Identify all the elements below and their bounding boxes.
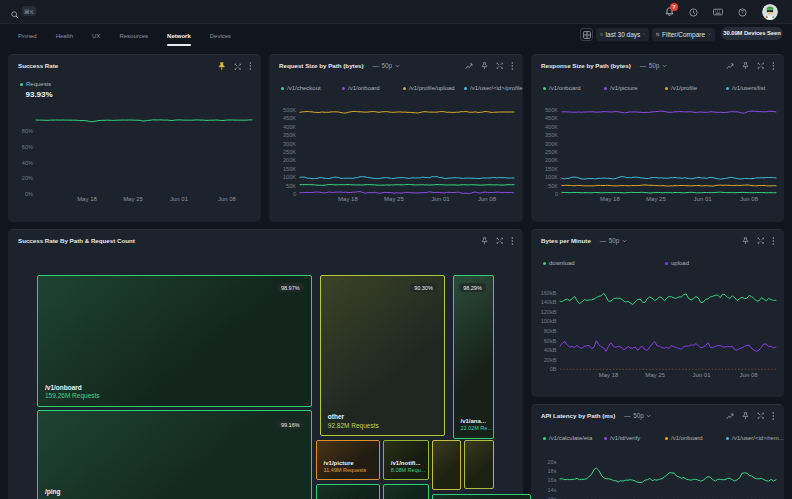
- y-axis-label: 50K: [286, 183, 296, 189]
- y-axis-label: 14s: [547, 487, 556, 493]
- treemap-cell-v1-onboard[interactable]: 98.97%/v1/onboard159.26M Requests: [37, 275, 312, 407]
- tab-health[interactable]: Health: [56, 24, 73, 48]
- y-axis-label: 100kB: [541, 318, 557, 324]
- top-header: ⌘K 7 ?: [0, 0, 792, 24]
- x-axis-label: Jun 01: [692, 372, 711, 378]
- treemap-cell[interactable]: [316, 484, 380, 499]
- clock-icon: [600, 31, 603, 38]
- layout-grid-button[interactable]: [580, 28, 593, 41]
- success-rate-badge: 99.16%: [277, 420, 304, 429]
- tab-resources[interactable]: Resources: [119, 24, 148, 48]
- pin-icon[interactable]: [481, 237, 488, 245]
- notifications-bell-icon[interactable]: 7: [665, 7, 674, 17]
- treemap-cell-requests: 92.82M Requests: [328, 422, 379, 430]
- card-api-latency: API Latency by Path (ms)—50p/v1/calculat…: [531, 404, 784, 499]
- treemap-cell[interactable]: [432, 494, 531, 499]
- search-icon[interactable]: [11, 5, 19, 23]
- notification-badge: 7: [670, 3, 678, 11]
- y-axis-label: 100K: [283, 174, 296, 180]
- nav-tabs: PinnedHealthUXResourcesNetworkDevices: [18, 24, 231, 48]
- treemap-cell-other[interactable]: 90.30%other92.82M Requests: [320, 275, 445, 436]
- y-axis-label: 16s: [547, 477, 556, 483]
- y-axis-label: 0: [555, 191, 558, 197]
- success-rate-badge: 98.29%: [459, 283, 486, 292]
- card-treemap: Success Rate By Path & Request Count98.9…: [8, 229, 523, 499]
- y-axis-label: 60kB: [544, 338, 557, 344]
- treemap-cell-requests: 22.02M Re...: [461, 425, 493, 432]
- treemap-cell-path: /v1/ana...: [461, 417, 493, 425]
- y-axis-label: 140kB: [541, 299, 557, 305]
- y-axis-label: 500K: [545, 107, 558, 113]
- time-range-label: last 30 days: [606, 31, 641, 38]
- y-axis-label: 200K: [545, 157, 558, 163]
- x-axis-label: Jun 08: [218, 196, 237, 202]
- series-line-download: [560, 293, 776, 304]
- treemap-cell-v1-notifi[interactable]: /v1/notifi...8.08M Requ...: [383, 440, 430, 480]
- y-axis-label: 250K: [283, 149, 296, 155]
- tab-ux[interactable]: UX: [92, 24, 100, 48]
- help-icon[interactable]: ?: [738, 8, 747, 17]
- y-axis-label: 400K: [283, 124, 296, 130]
- y-axis-label: 80%: [22, 128, 33, 134]
- more-menu-icon[interactable]: [511, 237, 514, 245]
- svg-text:?: ?: [741, 9, 744, 15]
- treemap-cell-path: /v1/picture: [324, 459, 367, 467]
- y-axis-label: 0: [293, 191, 296, 197]
- y-axis-label: 0B: [550, 366, 557, 372]
- y-axis-label: 500K: [283, 107, 296, 113]
- y-axis-label: 160kB: [541, 290, 557, 296]
- x-axis-label: May 18: [77, 196, 97, 202]
- y-axis-label: 450K: [283, 115, 296, 121]
- y-axis-label: 20s: [547, 459, 556, 465]
- treemap: 98.97%/v1/onboard159.26M Requests99.16%/…: [37, 275, 494, 499]
- series-line-v1-profile: [562, 185, 776, 186]
- treemap-cell[interactable]: [432, 440, 461, 490]
- x-axis-label: Jun 01: [432, 196, 451, 202]
- treemap-cell-path: /ping: [45, 488, 61, 497]
- x-axis-label: Jun 01: [694, 196, 713, 202]
- series-line-Requests: [36, 120, 252, 122]
- y-axis-label: 100K: [545, 174, 558, 180]
- chart-bytes-per-minute: 0B20kB40kB60kB80kB100kB120kB140kB160kBMa…: [531, 230, 784, 398]
- chart-response-size: 050K100K150K200K250K300K350K400K450K500K…: [531, 55, 784, 223]
- card-request-size: Request Size by Path (bytes)—50p/v1/chec…: [269, 54, 523, 222]
- y-axis-label: 250K: [545, 149, 558, 155]
- y-axis-label: 450K: [545, 115, 558, 121]
- series-line-v1-onboard: [562, 192, 776, 193]
- tab-pinned[interactable]: Pinned: [18, 24, 37, 48]
- treemap-cell[interactable]: [464, 440, 493, 489]
- treemap-cell-path: /v1/onboard: [45, 384, 100, 393]
- tab-network[interactable]: Network: [167, 24, 191, 48]
- chevron-down-icon: [643, 32, 645, 36]
- series-line-v1-profile-upload: [300, 111, 514, 113]
- search-shortcut-chip: ⌘K: [22, 6, 36, 16]
- x-axis-label: Jun 08: [740, 196, 759, 202]
- treemap-cell-ping[interactable]: 99.16%/ping: [37, 410, 312, 499]
- treemap-cell-path: /v1/notifi...: [391, 459, 426, 467]
- keyboard-icon[interactable]: [713, 8, 723, 16]
- x-axis-label: May 18: [600, 196, 620, 202]
- x-axis-label: May 18: [599, 372, 619, 378]
- y-axis-label: 18s: [547, 468, 556, 474]
- y-axis-label: 400K: [545, 124, 558, 130]
- history-clock-icon[interactable]: [689, 8, 698, 17]
- x-axis-label: Jun 08: [478, 196, 497, 202]
- treemap-cell[interactable]: [383, 484, 430, 499]
- y-axis-label: 0%: [25, 191, 33, 197]
- chart-request-size: 050K100K150K200K250K300K350K400K450K500K…: [269, 55, 523, 223]
- expand-icon[interactable]: [496, 237, 504, 245]
- filter-compare-button[interactable]: Filter/Compare: [652, 28, 715, 42]
- y-axis-label: 50K: [548, 183, 558, 189]
- filter-compare-label: Filter/Compare: [662, 31, 705, 38]
- treemap-cell-v1-ana[interactable]: 98.29%/v1/ana...22.02M Re...: [453, 275, 494, 439]
- user-avatar[interactable]: [762, 4, 778, 20]
- y-axis-label: 350K: [283, 132, 296, 138]
- series-line-v1-user-id-profile: [300, 177, 514, 179]
- treemap-cell-v1-picture[interactable]: /v1/picture11.49M Requests: [316, 440, 380, 480]
- time-range-selector[interactable]: last 30 days: [596, 28, 649, 42]
- treemap-cell-requests: 159.26M Requests: [45, 392, 100, 400]
- tab-devices[interactable]: Devices: [210, 24, 231, 48]
- success-rate-badge: 98.97%: [277, 283, 304, 292]
- devices-seen-badge: 30.09M Devices Seen: [721, 27, 783, 41]
- chart-api-latency: 12s14s16s18s20s: [531, 405, 784, 499]
